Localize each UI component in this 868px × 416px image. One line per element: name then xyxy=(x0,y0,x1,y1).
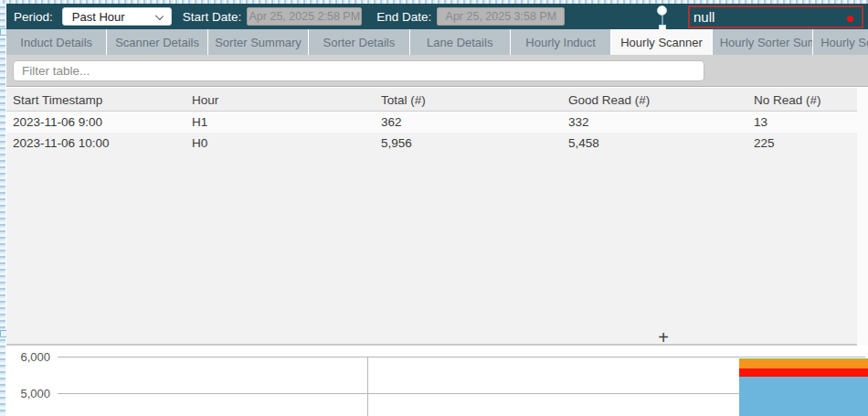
selection-anchor-handle[interactable] xyxy=(657,5,667,16)
y-axis-tick: 5,000 xyxy=(6,387,50,400)
end-date-label: End Date: xyxy=(376,10,431,24)
good-read-segment xyxy=(739,377,868,416)
col-start-timestamp[interactable]: Start Timestamp xyxy=(13,93,192,107)
selected-component-text: null xyxy=(690,9,715,25)
filter-table-input[interactable] xyxy=(13,60,704,81)
data-table: Start Timestamp Hour Total (#) Good Read… xyxy=(6,88,868,346)
tab-hourly-induct[interactable]: Hourly Induct xyxy=(511,29,611,55)
hourly-scanner-chart: 6,000 5,000 xyxy=(6,347,868,416)
col-total[interactable]: Total (#) xyxy=(381,93,568,107)
filter-bar xyxy=(6,55,868,87)
table-scrollbar-track[interactable] xyxy=(857,88,868,346)
no-read-segment xyxy=(739,368,868,377)
tab-scanner-details[interactable]: Scanner Details xyxy=(107,29,207,55)
tab-lane-details[interactable]: Lane Details xyxy=(410,29,511,55)
add-button[interactable]: + xyxy=(653,329,673,347)
ruler-left xyxy=(0,4,5,416)
period-label: Period: xyxy=(14,10,53,24)
tab-induct-details[interactable]: Induct Details xyxy=(6,29,107,55)
tab-bar: Induct Details Scanner Details Sorter Su… xyxy=(6,29,868,55)
y-axis-tick: 6,000 xyxy=(6,350,50,364)
table-row[interactable]: 2023-11-06 9:00 H1 362 332 13 xyxy=(6,112,857,133)
period-select-value: Past Hour xyxy=(72,10,125,24)
col-hour[interactable]: Hour xyxy=(192,93,381,107)
tab-hourly-sorter-summary[interactable]: Hourly Sorter Summary xyxy=(713,29,813,55)
col-good-read[interactable]: Good Read (#) xyxy=(568,93,754,107)
start-date-input[interactable]: Apr 25, 2025 2:58 PM xyxy=(247,7,362,26)
tab-hourly-scanner[interactable]: Hourly Scanner xyxy=(611,29,712,55)
stacked-bar[interactable] xyxy=(739,347,868,416)
red-dot-indicator xyxy=(847,16,853,22)
table-header-row: Start Timestamp Hour Total (#) Good Read… xyxy=(6,89,857,111)
table-row[interactable]: 2023-11-06 10:00 H0 5,956 5,458 225 xyxy=(6,133,857,154)
col-no-read[interactable]: No Read (#) xyxy=(754,93,857,107)
tab-sorter-details[interactable]: Sorter Details xyxy=(309,29,409,55)
tab-hourly-sort[interactable]: Hourly Sort xyxy=(813,29,868,55)
end-date-input[interactable]: Apr 25, 2025 3:58 PM xyxy=(437,7,565,26)
period-select[interactable]: Past Hour xyxy=(62,7,172,26)
selected-component-overlay: null xyxy=(688,5,863,28)
chevron-down-icon xyxy=(155,12,164,20)
segment-orange-segment xyxy=(739,359,868,368)
start-date-label: Start Date: xyxy=(183,10,242,24)
category-divider-line xyxy=(367,357,368,416)
tab-sorter-summary[interactable]: Sorter Summary xyxy=(208,29,309,55)
